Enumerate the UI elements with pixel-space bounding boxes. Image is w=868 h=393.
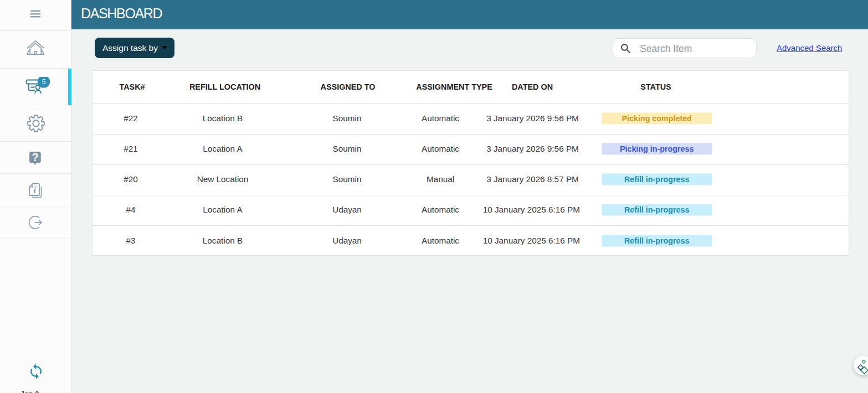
svg-text:5: 5 <box>42 77 46 85</box>
svg-text:i: i <box>33 185 36 195</box>
svg-text:?: ? <box>32 151 38 163</box>
